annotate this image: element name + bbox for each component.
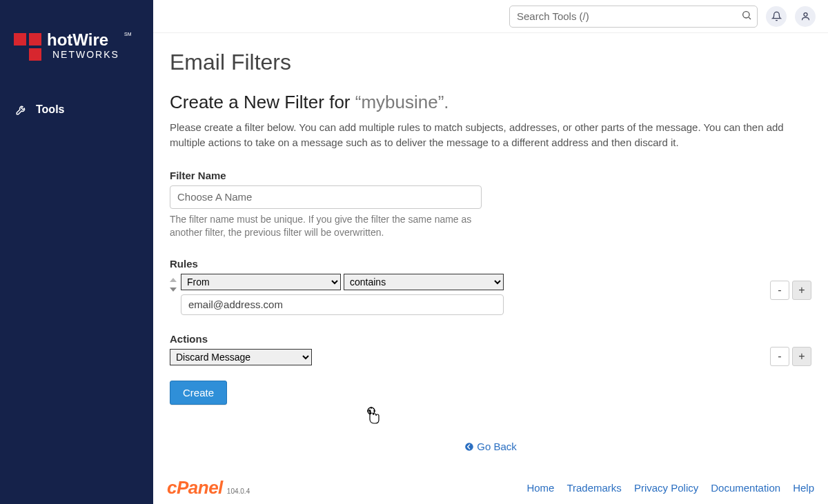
rules-label: Rules xyxy=(170,258,811,270)
footer-links: Home Trademarks Privacy Policy Documenta… xyxy=(526,482,814,494)
footer-link-privacy[interactable]: Privacy Policy xyxy=(634,482,698,494)
footer-link-trademarks[interactable]: Trademarks xyxy=(566,482,621,494)
notifications-button[interactable] xyxy=(766,6,787,27)
help-text: Please create a filter below. You can ad… xyxy=(170,120,811,150)
account-button[interactable] xyxy=(795,6,816,27)
svg-line-4 xyxy=(749,17,751,19)
move-down-icon[interactable] xyxy=(170,288,177,292)
footer-link-help[interactable]: Help xyxy=(793,482,814,494)
brand-tag: NETWORKS xyxy=(52,49,119,60)
hotwire-logo: hotWire SM NETWORKS xyxy=(14,28,138,69)
filter-name-hint: The filter name must be unique. If you g… xyxy=(170,213,480,240)
user-icon xyxy=(800,11,811,21)
sidebar: hotWire SM NETWORKS Tools xyxy=(0,0,153,504)
remove-action-button[interactable]: - xyxy=(770,347,789,366)
page-title: Email Filters xyxy=(170,50,811,75)
filter-name-input[interactable] xyxy=(170,185,482,209)
svg-rect-1 xyxy=(29,33,41,46)
add-action-button[interactable]: + xyxy=(792,347,811,366)
filter-name-label: Filter Name xyxy=(170,170,811,181)
sidebar-item-tools[interactable]: Tools xyxy=(0,97,153,123)
subtitle-text: Create a New Filter for xyxy=(170,92,355,112)
cursor-pointer-icon xyxy=(364,407,382,430)
footer: cPanel 104.0.4 Home Trademarks Privacy P… xyxy=(153,471,828,504)
svg-point-5 xyxy=(804,13,807,17)
tools-icon xyxy=(15,103,28,116)
move-up-icon[interactable] xyxy=(170,278,177,282)
rules-row: From contains - + xyxy=(170,274,811,315)
rule-value-input[interactable] xyxy=(181,294,504,315)
cpanel-logo: cPanel xyxy=(167,477,223,498)
go-back: Go Back xyxy=(170,441,811,452)
rule-add-remove: - + xyxy=(770,281,811,300)
go-back-link[interactable]: Go Back xyxy=(464,441,517,452)
topbar xyxy=(153,0,828,33)
search-wrap xyxy=(509,6,758,28)
footer-link-home[interactable]: Home xyxy=(526,482,554,494)
svg-point-3 xyxy=(743,11,749,17)
search-icon xyxy=(741,10,752,23)
bell-icon xyxy=(771,11,782,21)
action-add-remove: - + xyxy=(770,347,811,366)
sidebar-item-label: Tools xyxy=(36,103,64,116)
brand-mark: SM xyxy=(124,32,132,37)
create-button[interactable]: Create xyxy=(170,381,227,405)
main: Email Filters Create a New Filter for “m… xyxy=(153,0,828,504)
search-input[interactable] xyxy=(509,6,758,28)
page-subtitle: Create a New Filter for “mybusine”. xyxy=(170,92,811,113)
rule-part-select[interactable]: From xyxy=(181,274,341,290)
svg-rect-0 xyxy=(14,33,26,46)
content: Email Filters Create a New Filter for “m… xyxy=(153,33,828,471)
arrow-left-icon xyxy=(464,441,477,452)
cpanel-brand: cPanel 104.0.4 xyxy=(167,477,250,498)
rule-match-select[interactable]: contains xyxy=(344,274,504,290)
action-select[interactable]: Discard Message xyxy=(170,349,312,365)
subtitle-quoted: “mybusine”. xyxy=(355,92,449,112)
svg-point-6 xyxy=(368,407,375,414)
svg-point-11 xyxy=(465,443,473,451)
add-rule-button[interactable]: + xyxy=(792,281,811,300)
svg-rect-2 xyxy=(29,48,41,61)
go-back-label: Go Back xyxy=(477,441,517,452)
sidebar-nav: Tools xyxy=(0,97,153,123)
brand-logo: hotWire SM NETWORKS xyxy=(0,0,153,97)
remove-rule-button[interactable]: - xyxy=(770,281,789,300)
actions-label: Actions xyxy=(170,333,811,345)
cpanel-version: 104.0.4 xyxy=(227,487,250,495)
filter-form: Filter Name The filter name must be uniq… xyxy=(170,170,811,405)
footer-link-documentation[interactable]: Documentation xyxy=(711,482,780,494)
rule-reorder xyxy=(170,274,177,292)
brand-name: hotWire xyxy=(47,30,108,49)
